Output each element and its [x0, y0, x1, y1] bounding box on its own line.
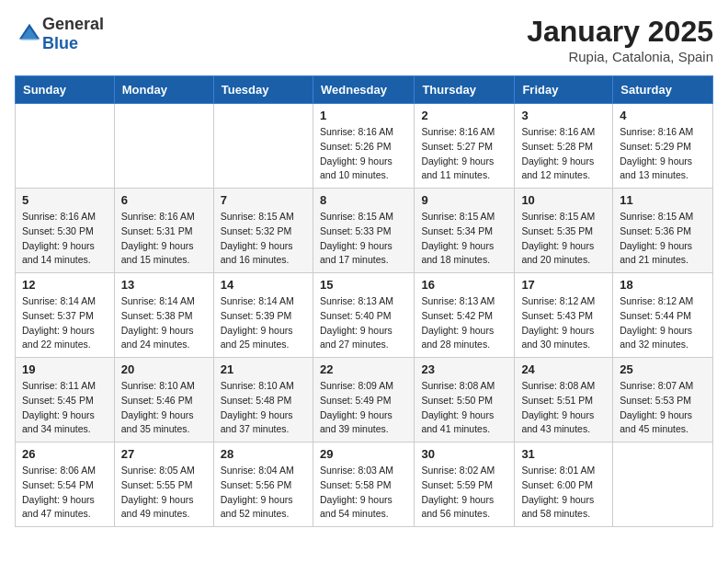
calendar-cell: 14Sunrise: 8:14 AM Sunset: 5:39 PM Dayli… [213, 273, 313, 358]
day-info: Sunrise: 8:02 AM Sunset: 5:59 PM Dayligh… [421, 464, 507, 522]
day-info: Sunrise: 8:13 AM Sunset: 5:40 PM Dayligh… [320, 294, 407, 352]
weekday-header: Sunday [16, 76, 115, 104]
day-number: 9 [421, 193, 507, 207]
day-number: 5 [22, 193, 108, 207]
day-number: 11 [620, 193, 706, 207]
day-info: Sunrise: 8:08 AM Sunset: 5:51 PM Dayligh… [521, 379, 606, 437]
calendar-cell: 21Sunrise: 8:10 AM Sunset: 5:48 PM Dayli… [213, 358, 313, 442]
day-info: Sunrise: 8:14 AM Sunset: 5:39 PM Dayligh… [221, 294, 306, 352]
calendar-title: January 2025 [527, 15, 713, 49]
calendar-cell: 19Sunrise: 8:11 AM Sunset: 5:45 PM Dayli… [16, 358, 115, 442]
calendar-cell: 1Sunrise: 8:16 AM Sunset: 5:26 PM Daylig… [313, 104, 414, 189]
calendar-cell: 20Sunrise: 8:10 AM Sunset: 5:46 PM Dayli… [114, 358, 213, 442]
weekday-row: SundayMondayTuesdayWednesdayThursdayFrid… [16, 76, 713, 104]
weekday-header: Tuesday [213, 76, 313, 104]
calendar-week-row: 1Sunrise: 8:16 AM Sunset: 5:26 PM Daylig… [16, 104, 713, 189]
day-info: Sunrise: 8:12 AM Sunset: 5:43 PM Dayligh… [521, 294, 606, 352]
day-info: Sunrise: 8:15 AM Sunset: 5:35 PM Dayligh… [521, 210, 606, 268]
calendar-cell: 4Sunrise: 8:16 AM Sunset: 5:29 PM Daylig… [613, 104, 713, 189]
calendar-cell: 9Sunrise: 8:15 AM Sunset: 5:34 PM Daylig… [415, 189, 515, 273]
calendar-week-row: 12Sunrise: 8:14 AM Sunset: 5:37 PM Dayli… [16, 273, 713, 358]
weekday-header: Monday [114, 76, 213, 104]
day-number: 27 [121, 447, 207, 461]
day-number: 16 [421, 278, 507, 292]
day-number: 29 [320, 447, 407, 461]
day-info: Sunrise: 8:16 AM Sunset: 5:30 PM Dayligh… [22, 210, 108, 268]
logo-text: General Blue [42, 15, 104, 53]
day-info: Sunrise: 8:16 AM Sunset: 5:26 PM Dayligh… [320, 125, 407, 183]
calendar-cell: 28Sunrise: 8:04 AM Sunset: 5:56 PM Dayli… [213, 442, 313, 527]
day-info: Sunrise: 8:11 AM Sunset: 5:45 PM Dayligh… [22, 379, 108, 437]
calendar-cell: 27Sunrise: 8:05 AM Sunset: 5:55 PM Dayli… [114, 442, 213, 527]
title-block: January 2025 Rupia, Catalonia, Spain [527, 15, 713, 64]
day-number: 4 [620, 109, 706, 122]
day-info: Sunrise: 8:01 AM Sunset: 6:00 PM Dayligh… [521, 464, 606, 522]
day-number: 28 [221, 447, 306, 461]
day-number: 25 [620, 362, 706, 376]
day-info: Sunrise: 8:16 AM Sunset: 5:29 PM Dayligh… [620, 125, 706, 183]
calendar-cell: 3Sunrise: 8:16 AM Sunset: 5:28 PM Daylig… [515, 104, 613, 189]
calendar-cell: 29Sunrise: 8:03 AM Sunset: 5:58 PM Dayli… [313, 442, 414, 527]
calendar-cell: 16Sunrise: 8:13 AM Sunset: 5:42 PM Dayli… [415, 273, 515, 358]
day-info: Sunrise: 8:10 AM Sunset: 5:46 PM Dayligh… [121, 379, 207, 437]
calendar-cell [213, 104, 313, 189]
day-number: 14 [221, 278, 306, 292]
day-info: Sunrise: 8:10 AM Sunset: 5:48 PM Dayligh… [221, 379, 306, 437]
page-container: General Blue January 2025 Rupia, Catalon… [0, 0, 728, 534]
day-info: Sunrise: 8:14 AM Sunset: 5:38 PM Dayligh… [121, 294, 207, 352]
calendar-cell: 12Sunrise: 8:14 AM Sunset: 5:37 PM Dayli… [16, 273, 115, 358]
day-number: 15 [320, 278, 407, 292]
weekday-header: Wednesday [313, 76, 414, 104]
day-number: 20 [121, 362, 207, 376]
calendar-week-row: 26Sunrise: 8:06 AM Sunset: 5:54 PM Dayli… [16, 442, 713, 527]
calendar-week-row: 19Sunrise: 8:11 AM Sunset: 5:45 PM Dayli… [16, 358, 713, 442]
calendar-cell [16, 104, 115, 189]
day-info: Sunrise: 8:07 AM Sunset: 5:53 PM Dayligh… [620, 379, 706, 437]
day-info: Sunrise: 8:03 AM Sunset: 5:58 PM Dayligh… [320, 464, 407, 522]
day-info: Sunrise: 8:06 AM Sunset: 5:54 PM Dayligh… [22, 464, 108, 522]
calendar-cell: 5Sunrise: 8:16 AM Sunset: 5:30 PM Daylig… [16, 189, 115, 273]
calendar-cell: 13Sunrise: 8:14 AM Sunset: 5:38 PM Dayli… [114, 273, 213, 358]
weekday-header: Friday [515, 76, 613, 104]
day-info: Sunrise: 8:16 AM Sunset: 5:28 PM Dayligh… [521, 125, 606, 183]
day-number: 12 [22, 278, 108, 292]
day-number: 3 [521, 109, 606, 122]
calendar-cell: 6Sunrise: 8:16 AM Sunset: 5:31 PM Daylig… [114, 189, 213, 273]
day-number: 10 [521, 193, 606, 207]
weekday-header: Saturday [613, 76, 713, 104]
day-number: 19 [22, 362, 108, 376]
calendar-cell: 18Sunrise: 8:12 AM Sunset: 5:44 PM Dayli… [613, 273, 713, 358]
calendar-body: 1Sunrise: 8:16 AM Sunset: 5:26 PM Daylig… [16, 104, 713, 527]
day-number: 31 [521, 447, 606, 461]
day-number: 26 [22, 447, 108, 461]
day-info: Sunrise: 8:16 AM Sunset: 5:31 PM Dayligh… [121, 210, 207, 268]
day-number: 7 [221, 193, 306, 207]
header: General Blue January 2025 Rupia, Catalon… [15, 15, 713, 64]
calendar-cell: 26Sunrise: 8:06 AM Sunset: 5:54 PM Dayli… [16, 442, 115, 527]
calendar-header: SundayMondayTuesdayWednesdayThursdayFrid… [16, 76, 713, 104]
calendar-cell: 23Sunrise: 8:08 AM Sunset: 5:50 PM Dayli… [415, 358, 515, 442]
day-info: Sunrise: 8:04 AM Sunset: 5:56 PM Dayligh… [221, 464, 306, 522]
day-number: 13 [121, 278, 207, 292]
day-info: Sunrise: 8:15 AM Sunset: 5:32 PM Dayligh… [221, 210, 306, 268]
day-number: 30 [421, 447, 507, 461]
day-info: Sunrise: 8:08 AM Sunset: 5:50 PM Dayligh… [421, 379, 507, 437]
calendar-cell: 8Sunrise: 8:15 AM Sunset: 5:33 PM Daylig… [313, 189, 414, 273]
weekday-header: Thursday [415, 76, 515, 104]
day-info: Sunrise: 8:16 AM Sunset: 5:27 PM Dayligh… [421, 125, 507, 183]
calendar-cell: 2Sunrise: 8:16 AM Sunset: 5:27 PM Daylig… [415, 104, 515, 189]
day-number: 6 [121, 193, 207, 207]
day-info: Sunrise: 8:09 AM Sunset: 5:49 PM Dayligh… [320, 379, 407, 437]
day-number: 1 [320, 109, 407, 122]
day-info: Sunrise: 8:05 AM Sunset: 5:55 PM Dayligh… [121, 464, 207, 522]
day-number: 21 [221, 362, 306, 376]
logo: General Blue [15, 15, 104, 53]
calendar-cell: 7Sunrise: 8:15 AM Sunset: 5:32 PM Daylig… [213, 189, 313, 273]
day-info: Sunrise: 8:13 AM Sunset: 5:42 PM Dayligh… [421, 294, 507, 352]
day-info: Sunrise: 8:12 AM Sunset: 5:44 PM Dayligh… [620, 294, 706, 352]
calendar-cell: 15Sunrise: 8:13 AM Sunset: 5:40 PM Dayli… [313, 273, 414, 358]
day-number: 18 [620, 278, 706, 292]
calendar-cell: 17Sunrise: 8:12 AM Sunset: 5:43 PM Dayli… [515, 273, 613, 358]
calendar-cell: 25Sunrise: 8:07 AM Sunset: 5:53 PM Dayli… [613, 358, 713, 442]
calendar-week-row: 5Sunrise: 8:16 AM Sunset: 5:30 PM Daylig… [16, 189, 713, 273]
